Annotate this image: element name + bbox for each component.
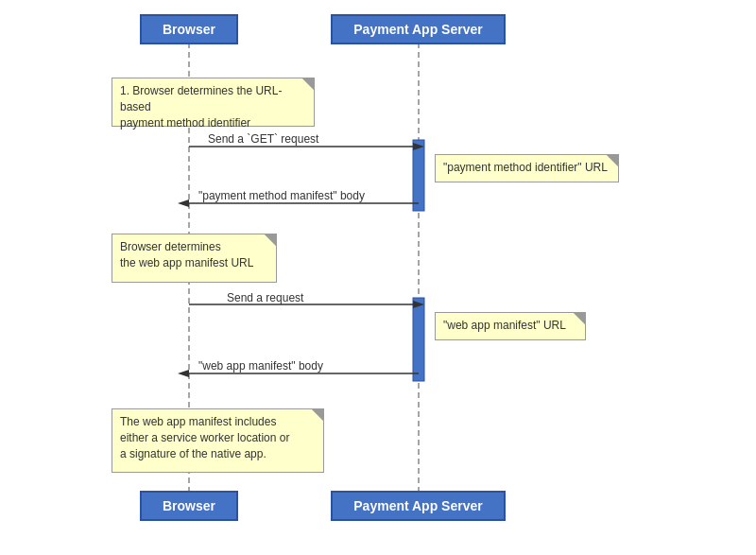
note-url-payment-method: 1. Browser determines the URL-basedpayme… [112, 78, 315, 127]
note-service-worker: The web app manifest includeseither a se… [112, 408, 324, 473]
arrow1-label: Send a `GET` request [208, 132, 318, 146]
server-lifeline-top: Payment App Server [331, 14, 506, 44]
arrow4-label: "web app manifest" body [198, 359, 323, 373]
diagram-container: Browser Payment App Server Browser Payme… [0, 0, 756, 555]
svg-rect-2 [413, 140, 424, 211]
browser-lifeline-bottom: Browser [140, 491, 238, 521]
arrow3-label: Send a request [227, 291, 303, 304]
server-note-web-app: "web app manifest" URL [435, 312, 586, 340]
arrow2-label: "payment method manifest" body [198, 189, 365, 202]
svg-marker-7 [178, 199, 189, 207]
svg-marker-5 [413, 143, 424, 150]
svg-marker-11 [178, 370, 189, 377]
note-web-app-manifest-url: Browser determinesthe web app manifest U… [112, 234, 277, 283]
server-lifeline-bottom: Payment App Server [331, 491, 506, 521]
svg-rect-3 [413, 298, 424, 381]
svg-marker-9 [413, 301, 424, 308]
server-note-payment-id: "payment method identifier" URL [435, 154, 619, 182]
browser-lifeline-top: Browser [140, 14, 238, 44]
